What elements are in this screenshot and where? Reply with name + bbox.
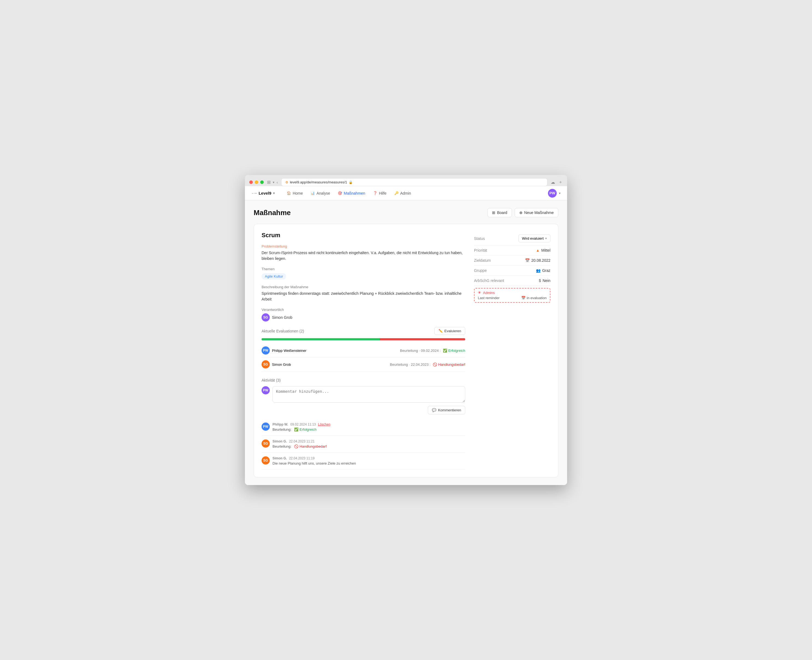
board-icon: ⊞ bbox=[492, 211, 495, 215]
verantwortlich-label: Verantwortlich bbox=[262, 308, 465, 312]
problemstellung-label: Problemstellung bbox=[262, 244, 465, 248]
status-chevron-icon: ▾ bbox=[545, 236, 547, 240]
plus-icon: ⊕ bbox=[519, 211, 523, 215]
activity-item-1: PW Philipp W. 09.02.2024 11:13 Löschen B… bbox=[262, 419, 465, 436]
activity-author-2: Simon G. bbox=[272, 439, 287, 443]
aktivitat-section: Aktivität (3) PW 💬 Kommentieren PW bbox=[262, 378, 465, 470]
page-title: Maßnahme bbox=[254, 209, 291, 217]
card-left: Scrum Problemstellung Der Scrum-/Sprint-… bbox=[262, 232, 465, 470]
gruppe-value: 👥 Graz bbox=[536, 268, 550, 273]
eval-status-2: Beurteilung · 22.04.2023 : 🚫 Handlungsbe… bbox=[390, 362, 465, 366]
themen-label: Themen bbox=[262, 267, 465, 271]
nav-hilfe[interactable]: ❓ Hilfe bbox=[370, 189, 390, 198]
activity-date-3: 22.04.2023 11:19 bbox=[289, 456, 315, 460]
activity-content-1: Philipp W. 09.02.2024 11:13 Löschen Beur… bbox=[272, 422, 331, 432]
verantwortlich-name: Simon Grob bbox=[272, 315, 292, 320]
activity-status-badge-1: ✅ Erfolgreich bbox=[294, 427, 316, 432]
evaluieren-button[interactable]: ✏️ Evaluieren bbox=[434, 327, 465, 335]
status-select[interactable]: Wird evaluiert ▾ bbox=[518, 235, 550, 243]
comment-input[interactable] bbox=[272, 386, 465, 403]
themen-tag[interactable]: Agile Kultur bbox=[262, 273, 286, 279]
nav-home-label: Home bbox=[293, 191, 303, 195]
sidebar-toggle-icon[interactable]: ⊞ bbox=[267, 179, 270, 185]
zieldatum-value: 📅 20.08.2022 bbox=[525, 258, 550, 263]
activity-status-icon-2: 🚫 bbox=[294, 444, 299, 449]
admin-icon: 🔑 bbox=[394, 191, 399, 195]
dollar-icon: $ bbox=[539, 278, 541, 283]
activity-item-3: SG Simon G. 22.04.2023 11:19 Die neue Pl… bbox=[262, 452, 465, 470]
prioritaet-row: Priorität ▲ Mittel bbox=[474, 245, 550, 255]
back-button[interactable]: ‹ bbox=[276, 180, 278, 184]
arbschg-row: ArbSchG relevant $ Nein bbox=[474, 276, 550, 286]
beschreibung-label: Beschreibung der Maßnahme bbox=[262, 285, 465, 289]
logo-text: Level9 bbox=[259, 191, 272, 195]
activity-avatar-2: SG bbox=[262, 439, 270, 447]
url-text: level9.app/de/measures/measures/1 bbox=[290, 180, 347, 184]
nav-massnahmen[interactable]: 🎯 Maßnahmen bbox=[334, 189, 369, 198]
favicon-icon: ⚙ bbox=[285, 181, 288, 184]
activity-content-3: Simon G. 22.04.2023 11:19 Die neue Planu… bbox=[272, 456, 356, 465]
comment-actions: 💬 Kommentieren bbox=[262, 406, 465, 414]
kommentieren-label: Kommentieren bbox=[438, 408, 461, 412]
activity-status-icon-1: ✅ bbox=[294, 427, 299, 432]
group-icon: 👥 bbox=[536, 268, 540, 273]
activity-author-1: Philipp W. bbox=[272, 422, 288, 426]
check-circle-icon: ✅ bbox=[443, 349, 447, 353]
eval-status-text-1: Erfolgreich bbox=[448, 349, 465, 353]
maximize-button[interactable] bbox=[260, 181, 264, 184]
eval-date-2: Beurteilung · 22.04.2023 : bbox=[390, 362, 431, 366]
nav-massnahmen-label: Maßnahmen bbox=[344, 191, 365, 195]
activity-delete-1[interactable]: Löschen bbox=[318, 422, 331, 426]
new-tab-icon[interactable]: ＋ bbox=[558, 179, 563, 185]
eval-avatar-2: SG bbox=[262, 360, 270, 368]
traffic-lights bbox=[249, 181, 264, 184]
nav-home[interactable]: 🏠 Home bbox=[283, 189, 306, 198]
board-button[interactable]: ⊞ Board bbox=[487, 208, 512, 217]
eval-date-1: Beurteilung · 09.02.2024 : bbox=[400, 349, 441, 353]
avatar-initials: PW bbox=[550, 191, 555, 195]
user-avatar[interactable]: PW bbox=[548, 189, 557, 198]
activity-detail-1: Beurteilung: ✅ Erfolgreich bbox=[272, 427, 331, 432]
page-actions: ⊞ Board ⊕ Neue Maßnahme bbox=[487, 208, 558, 217]
nav-admin[interactable]: 🔑 Admin bbox=[391, 189, 415, 198]
verantwortlich-avatar: SG bbox=[262, 313, 270, 322]
activity-meta-3: Simon G. 22.04.2023 11:19 bbox=[272, 456, 356, 460]
eval-person-1: PW Philipp Weißensteiner bbox=[262, 346, 306, 355]
nav-analyse[interactable]: 📊 Analyse bbox=[307, 189, 334, 198]
kommentieren-button[interactable]: 💬 Kommentieren bbox=[428, 406, 465, 414]
verantwortlich-initials: SG bbox=[263, 316, 268, 319]
nav-admin-label: Admin bbox=[400, 191, 411, 195]
activity-item-2: SG Simon G. 22.04.2023 11:21 Beurteilung… bbox=[262, 436, 465, 452]
browser-window: ⊞ ▾ ‹ ⚙ level9.app/de/measures/measures/… bbox=[245, 175, 567, 485]
annotation-admins: Admins bbox=[483, 291, 495, 295]
eval-avatar-1: PW bbox=[262, 346, 270, 355]
board-label: Board bbox=[497, 211, 507, 215]
annotation-row2: Last reminder 📅 in evaluation bbox=[478, 296, 547, 300]
annotation-row1: 👁 Admins bbox=[478, 291, 547, 295]
app-logo[interactable]: ←··· Level9 ▾ bbox=[251, 191, 275, 195]
activity-status-text-2: Handlungsbedarf bbox=[300, 444, 327, 449]
neue-massnahme-button[interactable]: ⊕ Neue Maßnahme bbox=[515, 208, 558, 217]
evaluieren-label: Evaluieren bbox=[445, 329, 461, 333]
close-button[interactable] bbox=[249, 181, 253, 184]
user-chevron-icon[interactable]: ▾ bbox=[559, 191, 561, 195]
prioritaet-label: Priorität bbox=[474, 248, 487, 252]
gruppe-row: Gruppe 👥 Graz bbox=[474, 266, 550, 276]
nav-links: 🏠 Home 📊 Analyse 🎯 Maßnahmen ❓ Hilfe 🔑 A… bbox=[283, 189, 548, 198]
pencil-icon: ✏️ bbox=[439, 329, 443, 333]
warning-circle-icon: 🚫 bbox=[433, 362, 437, 366]
calendar-icon: 📅 bbox=[525, 258, 530, 263]
activity-avatar-3: SG bbox=[262, 456, 270, 465]
main-card: Scrum Problemstellung Der Scrum-/Sprint-… bbox=[254, 224, 558, 478]
annotation-calendar-icon: 📅 bbox=[521, 296, 526, 300]
eval-name-2: Simon Grob bbox=[272, 362, 291, 366]
progress-bar bbox=[262, 338, 465, 340]
minimize-button[interactable] bbox=[255, 181, 258, 184]
address-bar[interactable]: ⚙ level9.app/de/measures/measures/1 🔒 bbox=[281, 178, 547, 186]
problemstellung-section: Problemstellung Der Scrum-/Sprint-Prozes… bbox=[262, 244, 465, 262]
cloud-icon[interactable]: ☁ bbox=[551, 179, 555, 185]
evaluations-section: Aktuelle Evaluationen (2) ✏️ Evaluieren … bbox=[262, 327, 465, 371]
activity-status-text-1: Erfolgreich bbox=[300, 427, 316, 432]
activity-avatar-1: PW bbox=[262, 422, 270, 431]
annotation-in-evaluation: in evaluation bbox=[527, 296, 547, 300]
